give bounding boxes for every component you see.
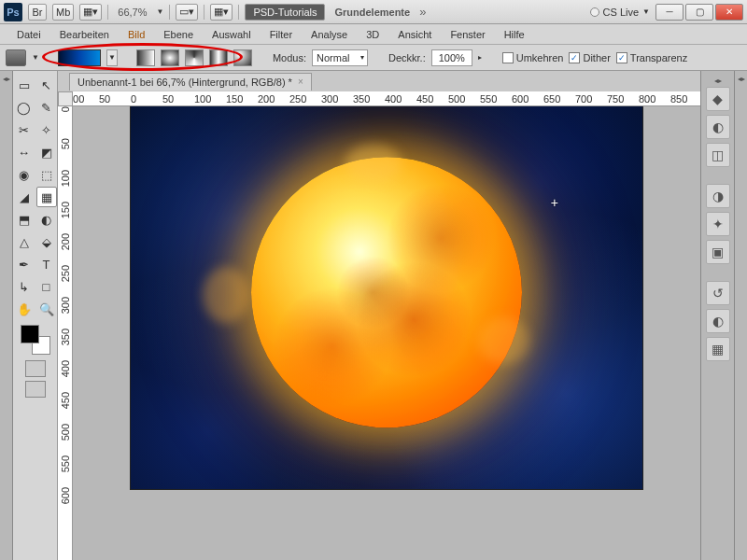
maximize-button[interactable]: ▢ <box>685 4 713 21</box>
ruler-horizontal[interactable]: 1005005010015020025030035040045050055060… <box>73 91 700 106</box>
mode-select[interactable]: Normal <box>312 49 368 66</box>
3d-tool[interactable]: ↳ <box>14 276 35 297</box>
title-bar: Ps Br Mb ▦▾ 66,7% ▼ ▭▾ ▦▾ PSD-Tutorials … <box>0 0 747 24</box>
right-dock-edge[interactable]: ◂▸ <box>734 71 747 560</box>
zoom-tool[interactable]: 🔍 <box>36 299 57 319</box>
ruler-vertical[interactable]: 050100150200250300350400450500550600 <box>58 106 73 560</box>
minibridge-button[interactable]: Mb <box>52 4 74 21</box>
menu-ansicht[interactable]: Ansicht <box>388 26 441 43</box>
minimize-button[interactable]: ─ <box>655 4 684 21</box>
type-tool[interactable]: ⬙ <box>36 231 57 252</box>
workspace-button[interactable]: PSD-Tutorials <box>245 4 325 21</box>
separator <box>169 5 170 20</box>
separator <box>238 5 239 20</box>
channels-panel-icon[interactable]: ◐ <box>706 115 730 139</box>
separator <box>204 5 204 20</box>
dither-checkbox[interactable]: ✓Dither <box>569 52 610 63</box>
actions-panel-icon[interactable]: ◐ <box>706 309 730 333</box>
styles-panel-icon[interactable]: ✦ <box>706 212 730 236</box>
menu-ebene[interactable]: Ebene <box>154 26 203 43</box>
heal-tool[interactable]: ↔ <box>14 142 35 162</box>
shape-tool[interactable]: T <box>36 254 57 274</box>
lasso-tool[interactable]: ◯ <box>14 97 35 118</box>
flare <box>203 267 249 323</box>
eyedropper-tool[interactable]: ✧ <box>36 119 57 140</box>
reverse-checkbox[interactable]: Umkehren <box>502 52 564 63</box>
extras-button[interactable]: ▦▾ <box>210 4 233 21</box>
brush-tool[interactable]: ◩ <box>36 142 57 162</box>
collapse-icon[interactable]: ◂▸ <box>714 77 722 85</box>
gradient-tool[interactable]: ▦ <box>36 187 57 207</box>
menu-bild[interactable]: Bild <box>119 26 154 43</box>
history-panel-icon[interactable]: ↺ <box>706 281 730 305</box>
3d-camera-tool[interactable]: □ <box>36 276 57 297</box>
stamp-tool[interactable]: ◉ <box>14 164 35 185</box>
crop-tool[interactable]: ✂ <box>14 119 35 140</box>
hand-tool[interactable]: ✋ <box>14 299 35 319</box>
menu-filter[interactable]: Filter <box>261 26 302 43</box>
more-icon[interactable]: » <box>419 5 423 19</box>
right-dock: ◂▸ ◆ ◐ ◫ ◑ ✦ ▣ ↺ ◐ ▦ <box>700 71 734 560</box>
viewport[interactable]: + <box>73 106 700 560</box>
menu-auswahl[interactable]: Auswahl <box>203 26 261 43</box>
blur-tool[interactable]: ⬒ <box>14 209 35 230</box>
screenmode-button[interactable] <box>25 381 46 398</box>
gradient-radial-button[interactable] <box>161 49 179 66</box>
sun-graphic <box>251 157 522 427</box>
zoom-display[interactable]: 66,7% <box>114 7 150 18</box>
gradient-picker[interactable] <box>58 49 101 66</box>
transparency-checkbox[interactable]: ✓Transparenz <box>616 52 687 63</box>
move-tool[interactable]: ↖ <box>36 75 57 95</box>
eraser-tool[interactable]: ◢ <box>14 187 35 207</box>
pen-tool[interactable]: △ <box>14 231 35 252</box>
screen-mode-button[interactable]: ▭▾ <box>176 4 198 21</box>
flare <box>478 317 529 364</box>
menu-analyse[interactable]: Analyse <box>302 26 357 43</box>
foreground-color[interactable] <box>21 325 39 343</box>
paths-panel-icon[interactable]: ◫ <box>706 143 730 167</box>
tool-preset-button[interactable] <box>6 49 26 66</box>
options-bar: ▼ ▼ Modus: Normal Deckkr.: 100% ▸ Umkehr… <box>0 45 747 71</box>
dropdown-icon[interactable]: ▸ <box>478 53 482 62</box>
tab-label: Unbenannt-1 bei 66,7% (Hintergrund, RGB/… <box>78 77 292 88</box>
menu-bearbeiten[interactable]: Bearbeiten <box>50 26 119 43</box>
artboard[interactable]: + <box>131 106 642 489</box>
wand-tool[interactable]: ✎ <box>36 97 57 118</box>
menu-hilfe[interactable]: Hilfe <box>495 26 534 43</box>
masks-panel-icon[interactable]: ▣ <box>706 240 730 264</box>
adjustments-panel-icon[interactable]: ◑ <box>706 184 730 208</box>
left-dock-edge[interactable]: ◂▸ <box>0 71 13 560</box>
document-tabs: Unbenannt-1 bei 66,7% (Hintergrund, RGB/… <box>58 71 700 91</box>
document-tab[interactable]: Unbenannt-1 bei 66,7% (Hintergrund, RGB/… <box>69 73 312 91</box>
menu-fenster[interactable]: Fenster <box>441 26 494 43</box>
dropdown-icon[interactable]: ▼ <box>156 7 163 16</box>
checkbox-icon <box>502 52 514 63</box>
dodge-tool[interactable]: ◐ <box>36 209 57 230</box>
bridge-button[interactable]: Br <box>28 4 47 21</box>
dropdown-icon[interactable]: ▼ <box>32 53 39 62</box>
toolbox: ▭ ↖ ◯ ✎ ✂ ✧ ↔ ◩ ◉ ⬚ ◢ ▦ ⬒ ◐ △ ⬙ ✒ T ↳ □ … <box>13 71 58 560</box>
gradient-reflected-button[interactable] <box>209 49 228 66</box>
menu-3d[interactable]: 3D <box>357 26 388 43</box>
gradient-angle-button[interactable] <box>185 49 204 66</box>
ruler-origin[interactable] <box>58 91 73 106</box>
quickmask-button[interactable] <box>25 360 46 377</box>
mode-label: Modus: <box>273 52 306 63</box>
close-tab-icon[interactable]: × <box>298 77 303 87</box>
color-swatches[interactable] <box>21 325 50 355</box>
path-tool[interactable]: ✒ <box>14 254 35 274</box>
close-button[interactable]: ✕ <box>715 4 743 21</box>
canvas-area: Unbenannt-1 bei 66,7% (Hintergrund, RGB/… <box>58 71 700 560</box>
gradient-linear-button[interactable] <box>136 49 155 66</box>
layers-panel-icon[interactable]: ◆ <box>706 87 730 111</box>
gradient-dropdown[interactable]: ▼ <box>106 49 118 66</box>
gradient-diamond-button[interactable] <box>233 49 252 66</box>
cslive-button[interactable]: CS Live▼ <box>590 7 650 18</box>
info-panel-icon[interactable]: ▦ <box>706 337 730 361</box>
marquee-tool[interactable]: ▭ <box>14 75 35 95</box>
arrange-docs-button[interactable]: ▦▾ <box>79 4 102 21</box>
opacity-input[interactable]: 100% <box>431 49 472 66</box>
menu-datei[interactable]: Datei <box>7 26 50 43</box>
history-brush-tool[interactable]: ⬚ <box>36 164 57 185</box>
workspace2[interactable]: Grundelemente <box>331 7 414 18</box>
